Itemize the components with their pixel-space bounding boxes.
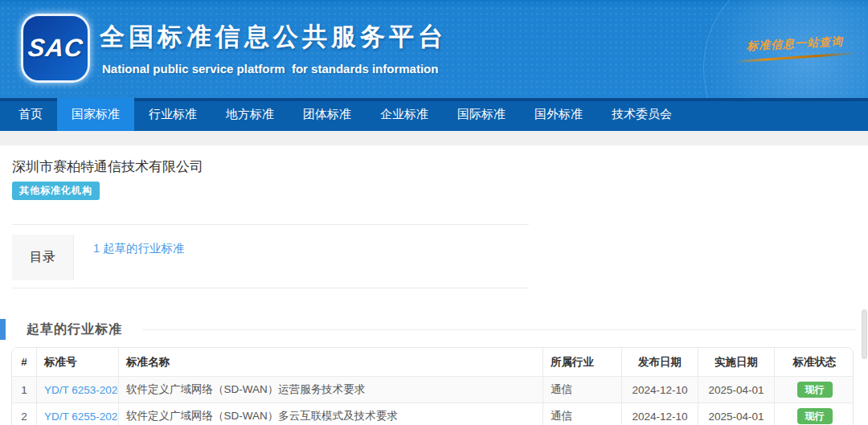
toc-links: 1 起草的行业标准: [74, 235, 185, 280]
industry-cell: 通信: [543, 377, 622, 403]
section-divider-line: [142, 329, 855, 330]
page-content: 深圳市赛柏特通信技术有限公司 其他标准化机构 目录 1 起草的行业标准 起草的行…: [0, 157, 868, 425]
nav-item-home[interactable]: 首页: [4, 98, 57, 131]
nav-item-group-standards[interactable]: 团体标准: [289, 98, 366, 131]
col-header-industry: 所属行业: [543, 348, 622, 377]
status-cell: 现行: [775, 403, 854, 425]
section-title: 起草的行业标准: [27, 321, 122, 338]
site-title: 全国标准信息公共服务平台: [100, 20, 447, 54]
sac-logo: SAC: [21, 14, 90, 83]
col-header-std-no: 标准号: [37, 348, 119, 377]
col-header-name: 标准名称: [119, 348, 543, 377]
row-index: 1: [12, 377, 37, 403]
table-header-row: # 标准号 标准名称 所属行业 发布日期 实施日期 标准状态: [12, 348, 854, 377]
toc-box: 目录 1 起草的行业标准: [12, 224, 529, 288]
nav-item-industry-standards[interactable]: 行业标准: [134, 98, 211, 131]
col-header-pub-date: 发布日期: [622, 348, 698, 377]
row-index: 2: [12, 403, 37, 425]
industry-cell: 通信: [543, 403, 622, 425]
status-cell: 现行: [775, 377, 854, 403]
col-header-index: #: [12, 348, 37, 377]
section-header: 起草的行业标准: [0, 319, 868, 340]
table-row: 2 YD/T 6255-2024 软件定义广域网络（SD-WAN）多云互联模式及…: [12, 403, 854, 425]
col-header-status: 标准状态: [775, 348, 854, 377]
pub-date-cell: 2024-12-10: [622, 403, 698, 425]
standards-table: # 标准号 标准名称 所属行业 发布日期 实施日期 标准状态 1 YD/T 62…: [11, 347, 854, 425]
site-subtitle: National public service platform for sta…: [102, 62, 438, 76]
std-no-cell: YD/T 6255-2024: [37, 403, 119, 425]
nav-item-foreign-standards[interactable]: 国外标准: [520, 98, 597, 131]
impl-date-cell: 2025-04-01: [698, 403, 775, 425]
sac-logo-text: SAC: [27, 34, 84, 63]
std-no-link[interactable]: YD/T 6255-2024: [44, 411, 119, 423]
toc-label: 目录: [12, 235, 74, 280]
nav-item-local-standards[interactable]: 地方标准: [211, 98, 289, 131]
std-name-cell: 软件定义广域网络（SD-WAN）运营服务技术要求: [119, 377, 543, 403]
std-no-link[interactable]: YD/T 6253-2024: [44, 384, 119, 396]
impl-date-cell: 2025-04-01: [698, 377, 775, 403]
company-name: 深圳市赛柏特通信技术有限公司: [12, 157, 868, 176]
nav-item-national-standards[interactable]: 国家标准: [57, 98, 134, 131]
section-accent-bar: [0, 319, 6, 340]
org-type-badge: 其他标准化机构: [12, 182, 100, 200]
scrollbar-thumb[interactable]: [862, 309, 867, 359]
toc-link-drafted-industry-standards[interactable]: 1 起草的行业标准: [93, 242, 185, 255]
nav-item-enterprise-standards[interactable]: 企业标准: [366, 98, 443, 131]
col-header-impl-date: 实施日期: [698, 348, 775, 377]
table-row: 1 YD/T 6253-2024 软件定义广域网络（SD-WAN）运营服务技术要…: [12, 377, 854, 403]
std-no-cell: YD/T 6253-2024: [37, 377, 119, 403]
divider-strip: [0, 131, 868, 145]
site-banner: SAC 全国标准信息公共服务平台 National public service…: [0, 0, 868, 98]
status-badge: 现行: [797, 382, 833, 398]
status-badge: 现行: [797, 408, 833, 424]
nav-item-technical-committees[interactable]: 技术委员会: [597, 98, 686, 131]
main-nav: 首页 国家标准 行业标准 地方标准 团体标准 企业标准 国际标准 国外标准 技术…: [0, 98, 868, 131]
std-name-cell: 软件定义广域网络（SD-WAN）多云互联模式及技术要求: [119, 403, 543, 425]
pub-date-cell: 2024-12-10: [622, 377, 698, 403]
nav-item-international-standards[interactable]: 国际标准: [443, 98, 520, 131]
